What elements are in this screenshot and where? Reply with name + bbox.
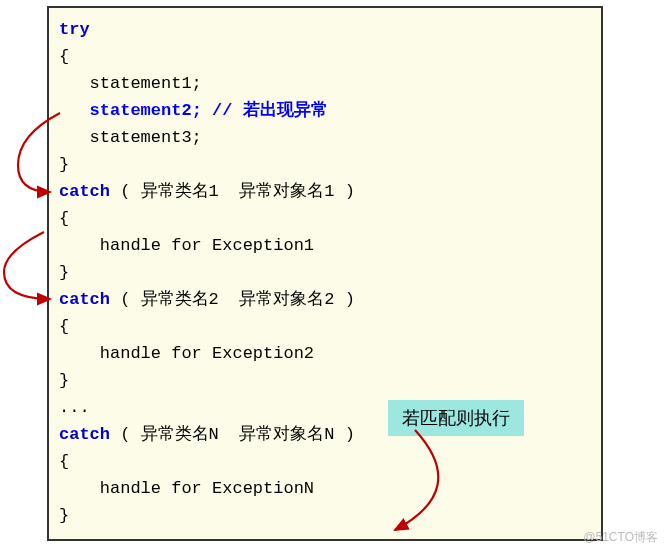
code-box: try { statement1; statement2; // 若出现异常 s… (47, 6, 603, 541)
catch2-line: catch ( 异常类名2 异常对象名2 ) (59, 286, 601, 313)
catchN-keyword: catch (59, 425, 110, 444)
catch2-keyword: catch (59, 290, 110, 309)
handle2: handle for Exception2 (59, 340, 601, 367)
brace-close-4: } (59, 502, 601, 529)
brace-open-1: { (59, 43, 601, 70)
statement2-line: statement2; // 若出现异常 (59, 97, 601, 124)
brace-open-3: { (59, 313, 601, 340)
statement3: statement3; (59, 124, 601, 151)
code-figure: try { statement1; statement2; // 若出现异常 s… (0, 0, 664, 552)
exception-comment: // 若出现异常 (212, 101, 328, 120)
catch1-line: catch ( 异常类名1 异常对象名1 ) (59, 178, 601, 205)
match-label: 若匹配则执行 (388, 400, 524, 436)
watermark: @51CTO博客 (583, 529, 658, 546)
statement1: statement1; (59, 70, 601, 97)
handle1: handle for Exception1 (59, 232, 601, 259)
brace-open-2: { (59, 205, 601, 232)
brace-open-4: { (59, 448, 601, 475)
statement2: statement2; (90, 101, 202, 120)
try-keyword: try (59, 20, 90, 39)
brace-close-3: } (59, 367, 601, 394)
brace-close-1: } (59, 151, 601, 178)
brace-close-2: } (59, 259, 601, 286)
handleN: handle for ExceptionN (59, 475, 601, 502)
catch1-keyword: catch (59, 182, 110, 201)
